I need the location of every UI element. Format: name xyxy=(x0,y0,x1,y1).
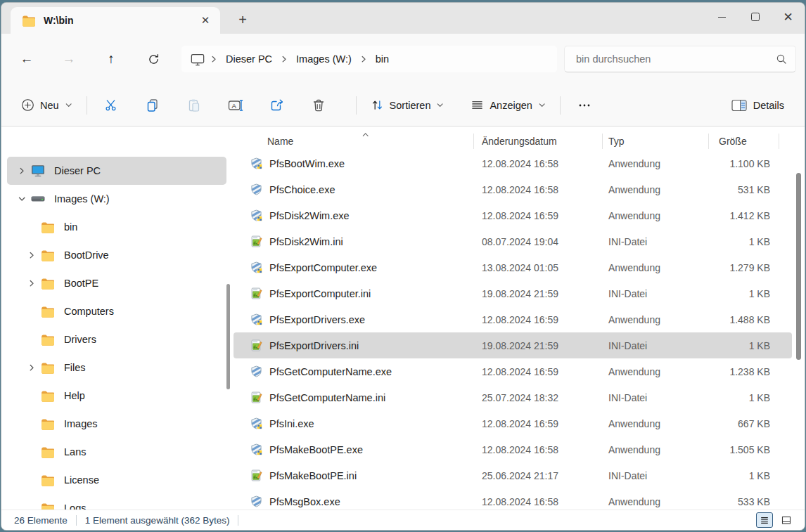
file-date: 12.08.2024 16:58 xyxy=(474,496,603,507)
delete-button[interactable] xyxy=(305,92,333,119)
copy-button[interactable] xyxy=(139,92,167,119)
folder-icon xyxy=(41,361,55,375)
file-row-pfsbootwim-exe[interactable]: PfsBootWim.exe 12.08.2024 16:58 Anwendun… xyxy=(234,150,792,176)
toolbar-divider xyxy=(356,96,357,115)
details-view-toggle[interactable] xyxy=(756,512,773,528)
maximize-icon xyxy=(751,13,760,21)
details-pane-button[interactable]: Details xyxy=(731,99,784,112)
view-button[interactable]: Anzeigen xyxy=(466,92,549,119)
item-count: 26 Elemente xyxy=(14,515,68,526)
list-scrollbar[interactable] xyxy=(796,173,801,360)
collapse-chevron-icon[interactable] xyxy=(13,195,31,203)
column-header-type[interactable]: Typ xyxy=(603,134,709,149)
up-button[interactable]: ↑ xyxy=(97,46,125,72)
desktop: W:\bin ✕ + ✕ ← → ↑ Dieser PC Ima xyxy=(0,0,806,532)
ini-file-icon xyxy=(250,391,262,403)
file-row-pfsdisk2wim-exe[interactable]: PfsDisk2Wim.exe 12.08.2024 16:59 Anwendu… xyxy=(234,202,792,228)
file-list: Name Änderungsdatum Typ Größe PfsBootWim… xyxy=(234,127,805,510)
more-options-button[interactable] xyxy=(570,92,599,119)
breadcrumb-dieser-pc[interactable]: Dieser PC xyxy=(220,51,278,67)
sidebar-item-lans[interactable]: Lans xyxy=(7,438,226,466)
search-input[interactable] xyxy=(575,53,776,65)
file-type: Anwendung xyxy=(603,444,709,455)
navigation-bar: ← → ↑ Dieser PC Images (W:) bin xyxy=(1,34,805,84)
maximize-button[interactable] xyxy=(738,3,772,31)
file-row-pfsexportcomputer-ini[interactable]: PfsExportComputer.ini 19.08.2024 21:59 I… xyxy=(234,280,792,306)
file-name: PfsMakeBootPE.ini xyxy=(269,470,357,481)
file-size: 1.412 KB xyxy=(709,210,779,221)
window-controls: ✕ xyxy=(705,3,805,31)
expand-chevron-icon[interactable] xyxy=(23,279,41,287)
paste-button[interactable] xyxy=(180,92,208,119)
file-size: 667 KB xyxy=(709,418,779,429)
file-rows: PfsBootWim.exe 12.08.2024 16:58 Anwendun… xyxy=(234,150,792,514)
file-date: 25.06.2024 21:17 xyxy=(474,470,603,481)
sort-button[interactable]: Sortieren xyxy=(366,92,449,119)
breadcrumb[interactable]: Dieser PC Images (W:) bin xyxy=(181,46,557,72)
cut-button[interactable] xyxy=(97,92,125,119)
sort-button-label: Sortieren xyxy=(390,100,431,111)
breadcrumb-images-w[interactable]: Images (W:) xyxy=(290,51,357,67)
file-row-pfsexportcomputer-exe[interactable]: PfsExportComputer.exe 13.08.2024 01:05 A… xyxy=(234,254,792,280)
column-header-date[interactable]: Änderungsdatum xyxy=(474,134,603,149)
sidebar-item-images-w[interactable]: Images (W:) xyxy=(7,185,226,213)
sidebar-item-images[interactable]: Images xyxy=(7,410,226,438)
expand-chevron-icon[interactable] xyxy=(23,251,41,259)
file-row-pfschoice-exe[interactable]: PfsChoice.exe 12.08.2024 16:58 Anwendung… xyxy=(234,176,792,202)
sidebar-item-bootdrive[interactable]: BootDrive xyxy=(7,241,226,269)
file-row-pfsgetcomputername-ini[interactable]: PfsGetComputerName.ini 25.07.2024 18:32 … xyxy=(234,384,792,410)
minimize-icon xyxy=(718,17,726,18)
rename-button[interactable] xyxy=(222,92,250,119)
back-button[interactable]: ← xyxy=(13,46,41,72)
sidebar-item-files[interactable]: Files xyxy=(7,353,226,382)
file-date: 19.08.2024 21:59 xyxy=(474,340,603,351)
tab-close-icon[interactable]: ✕ xyxy=(196,11,215,30)
file-type: INI-Datei xyxy=(603,236,709,247)
column-header-size[interactable]: Größe xyxy=(709,134,779,149)
large-icons-view-icon xyxy=(781,514,792,526)
minimize-button[interactable] xyxy=(705,3,738,31)
sidebar-item-computers[interactable]: Computers xyxy=(7,297,226,325)
breadcrumb-bin[interactable]: bin xyxy=(370,51,395,67)
file-row-pfsdisk2wim-ini[interactable]: PfsDisk2Wim.ini 08.07.2024 19:04 INI-Dat… xyxy=(234,228,792,254)
sidebar-item-license[interactable]: License xyxy=(7,466,226,494)
tab-current-folder[interactable]: W:\bin ✕ xyxy=(11,7,220,34)
file-type: Anwendung xyxy=(603,210,709,221)
sidebar-item-drivers[interactable]: Drivers xyxy=(7,325,226,353)
sidebar-item-dieser-pc[interactable]: Dieser PC xyxy=(7,157,226,185)
sidebar-item-bin[interactable]: bin xyxy=(7,213,226,241)
search-box[interactable] xyxy=(564,46,796,72)
ini-file-icon xyxy=(250,469,262,481)
content-area: Dieser PC Images (W:) bin BootDrive Boot… xyxy=(1,127,805,510)
forward-button[interactable]: → xyxy=(55,46,83,72)
folder-icon xyxy=(41,248,55,262)
sidebar-item-help[interactable]: Help xyxy=(7,382,226,410)
file-row-pfsgetcomputername-exe[interactable]: PfsGetComputerName.exe 12.08.2024 16:59 … xyxy=(234,358,792,384)
column-header-name[interactable]: Name xyxy=(234,134,474,149)
sidebar-scrollbar[interactable] xyxy=(226,284,230,389)
command-bar: Neu Sortieren Anzeigen xyxy=(1,84,805,126)
large-icons-view-toggle[interactable] xyxy=(778,512,795,528)
file-row-pfsmakebootpe-ini[interactable]: PfsMakeBootPE.ini 25.06.2024 21:17 INI-D… xyxy=(234,462,792,488)
expand-chevron-icon[interactable] xyxy=(13,167,31,175)
sort-arrows-icon xyxy=(371,98,384,112)
share-button[interactable] xyxy=(263,92,291,119)
navigation-pane: Dieser PC Images (W:) bin BootDrive Boot… xyxy=(1,127,234,510)
file-row-pfsmakebootpe-exe[interactable]: PfsMakeBootPE.exe 12.08.2024 16:58 Anwen… xyxy=(234,436,792,462)
file-date: 12.08.2024 16:58 xyxy=(474,444,603,455)
close-button[interactable]: ✕ xyxy=(772,3,805,31)
chevron-down-icon xyxy=(436,101,444,109)
file-row-pfsini-exe[interactable]: PfsIni.exe 12.08.2024 16:59 Anwendung 66… xyxy=(234,410,792,436)
new-tab-button[interactable]: + xyxy=(231,10,255,30)
search-icon[interactable] xyxy=(776,53,787,65)
expand-chevron-icon[interactable] xyxy=(23,363,41,372)
drive-icon xyxy=(31,192,45,206)
refresh-button[interactable] xyxy=(139,46,167,72)
trash-icon xyxy=(312,98,326,112)
sidebar-item-bootpe[interactable]: BootPE xyxy=(7,269,226,297)
chevron-down-icon xyxy=(538,101,546,109)
file-date: 08.07.2024 19:04 xyxy=(474,236,603,247)
new-button[interactable]: Neu xyxy=(17,92,77,119)
file-row-pfsexportdrivers-exe[interactable]: PfsExportDrivers.exe 12.08.2024 16:59 An… xyxy=(234,306,792,332)
file-row-pfsexportdrivers-ini[interactable]: PfsExportDrivers.ini 19.08.2024 21:59 IN… xyxy=(234,332,792,358)
